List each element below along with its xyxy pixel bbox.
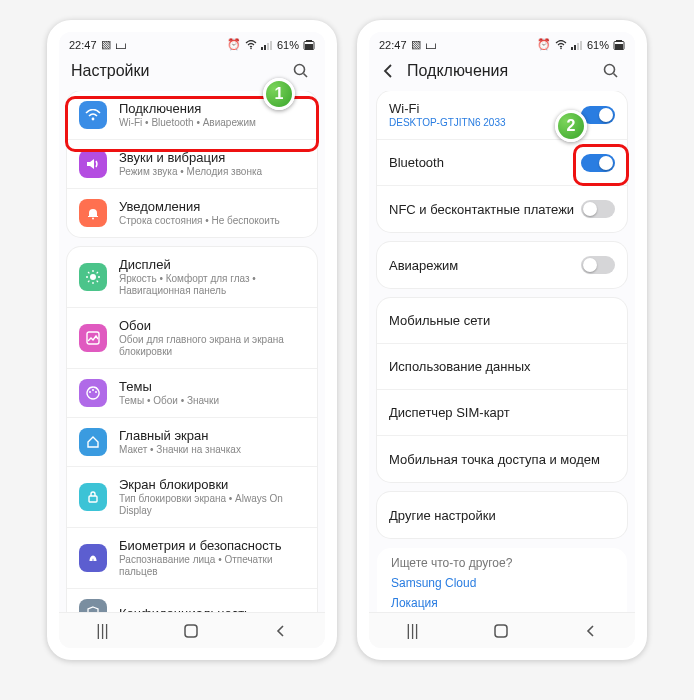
more-link[interactable]: Samsung Cloud <box>391 576 613 590</box>
signal-icon <box>571 40 583 50</box>
sound-icon <box>79 150 107 178</box>
svg-rect-29 <box>574 45 576 50</box>
row-themes[interactable]: Темы Темы • Обои • Значки <box>67 369 317 418</box>
row-label: Экран блокировки <box>119 477 305 492</box>
svg-point-22 <box>89 391 91 393</box>
callout-step1: 1 <box>263 78 295 110</box>
page-title: Подключения <box>407 62 599 80</box>
search-button[interactable] <box>599 59 623 83</box>
row-display[interactable]: Дисплей Яркость • Комфорт для глаз • Нав… <box>67 247 317 308</box>
row-label: Wi-Fi <box>389 101 581 116</box>
search-button[interactable] <box>289 59 313 83</box>
page-title: Настройки <box>71 62 289 80</box>
row-nfc[interactable]: NFC и бесконтактные платежи <box>377 186 627 232</box>
row-home[interactable]: Главный экран Макет • Значки на значках <box>67 418 317 467</box>
row-wifi[interactable]: Wi-Fi DESKTOP-GTJITN6 2033 <box>377 91 627 140</box>
row-wallpaper[interactable]: Обои Обои для главного экрана и экрана б… <box>67 308 317 369</box>
svg-point-27 <box>560 47 562 49</box>
nav-recent[interactable]: ||| <box>96 622 108 640</box>
connections-group: Wi-Fi DESKTOP-GTJITN6 2033 Bluetooth NFC… <box>377 91 627 232</box>
svg-rect-28 <box>571 47 573 50</box>
row-label: Bluetooth <box>389 155 581 170</box>
battery-icon <box>613 40 625 50</box>
svg-line-19 <box>88 281 89 282</box>
callout-step2: 2 <box>555 110 587 142</box>
svg-point-12 <box>90 274 96 280</box>
svg-rect-25 <box>89 496 97 502</box>
toggle-nfc[interactable] <box>581 200 615 218</box>
back-button[interactable] <box>381 63 401 79</box>
row-lockscreen[interactable]: Экран блокировки Тип блокировки экрана •… <box>67 467 317 528</box>
lock-icon <box>79 483 107 511</box>
svg-rect-2 <box>264 45 266 50</box>
settings-list: Подключения Wi-Fi • Bluetooth • Авиарежи… <box>59 91 325 612</box>
toggle-airplane[interactable] <box>581 256 615 274</box>
svg-rect-3 <box>267 43 269 50</box>
wifi-icon <box>245 40 257 50</box>
privacy-icon <box>79 599 107 612</box>
bell-icon <box>79 199 107 227</box>
nav-home[interactable] <box>493 623 509 639</box>
svg-line-36 <box>614 74 618 78</box>
svg-point-24 <box>95 391 97 393</box>
row-mobile-networks[interactable]: Мобильные сети <box>377 298 627 344</box>
toggle-bluetooth[interactable] <box>581 154 615 172</box>
connections-list: Wi-Fi DESKTOP-GTJITN6 2033 Bluetooth NFC… <box>369 91 635 612</box>
nav-bar: ||| <box>369 612 635 648</box>
row-notifications[interactable]: Уведомления Строка состояния • Не беспок… <box>67 189 317 237</box>
row-label: Использование данных <box>389 359 615 374</box>
row-label: Темы <box>119 379 305 394</box>
dock-icon: ⌴ <box>115 39 126 51</box>
svg-point-35 <box>605 65 615 75</box>
settings-group: Дисплей Яркость • Комфорт для глаз • Нав… <box>67 247 317 612</box>
wifi-icon <box>555 40 567 50</box>
themes-icon <box>79 379 107 407</box>
row-label: Обои <box>119 318 305 333</box>
row-hotspot[interactable]: Мобильная точка доступа и модем <box>377 436 627 482</box>
row-label: Авиарежим <box>389 258 581 273</box>
display-icon <box>79 263 107 291</box>
svg-rect-37 <box>495 625 507 637</box>
row-data-usage[interactable]: Использование данных <box>377 344 627 390</box>
row-biometrics[interactable]: Биометрия и безопасность Распознавание л… <box>67 528 317 589</box>
row-privacy[interactable]: Конфиденциальность <box>67 589 317 612</box>
row-label: NFC и бесконтактные платежи <box>389 202 581 217</box>
status-bar: 22:47 ▧ ⌴ ⏰ 61% <box>59 32 325 53</box>
row-label: Мобильная точка доступа и модем <box>389 452 615 467</box>
nav-recent[interactable]: ||| <box>406 622 418 640</box>
settings-group: Подключения Wi-Fi • Bluetooth • Авиарежи… <box>67 91 317 237</box>
dock-icon: ⌴ <box>425 39 436 51</box>
svg-line-20 <box>97 272 98 273</box>
row-sub: Темы • Обои • Значки <box>119 395 305 407</box>
row-sounds[interactable]: Звуки и вибрация Режим звука • Мелодия з… <box>67 140 317 189</box>
row-airplane[interactable]: Авиарежим <box>377 242 627 288</box>
row-other-settings[interactable]: Другие настройки <box>377 492 627 538</box>
row-sub: Яркость • Комфорт для глаз • Навигационн… <box>119 273 305 297</box>
phone-settings: 22:47 ▧ ⌴ ⏰ 61% Настройки <box>47 20 337 660</box>
status-bar: 22:47 ▧ ⌴ ⏰ 61% <box>369 32 635 53</box>
nav-back[interactable] <box>274 624 288 638</box>
row-sub: Строка состояния • Не беспокоить <box>119 215 305 227</box>
svg-rect-31 <box>580 41 582 50</box>
row-sim-manager[interactable]: Диспетчер SIM-карт <box>377 390 627 436</box>
row-label: Диспетчер SIM-карт <box>389 405 615 420</box>
home-icon <box>79 428 107 456</box>
row-label: Звуки и вибрация <box>119 150 305 165</box>
svg-rect-4 <box>270 41 272 50</box>
row-sub: Обои для главного экрана и экрана блокир… <box>119 334 305 358</box>
more-question: Ищете что-то другое? <box>391 556 613 570</box>
row-bluetooth[interactable]: Bluetooth <box>377 140 627 186</box>
more-link[interactable]: Локация <box>391 596 613 610</box>
svg-line-9 <box>304 74 308 78</box>
svg-rect-26 <box>185 625 197 637</box>
connections-group: Мобильные сети Использование данных Дисп… <box>377 298 627 482</box>
row-label: Биометрия и безопасность <box>119 538 305 553</box>
svg-point-0 <box>250 47 252 49</box>
nav-back[interactable] <box>584 624 598 638</box>
nav-bar: ||| <box>59 612 325 648</box>
alarm-icon: ⏰ <box>537 38 551 51</box>
battery-text: 61% <box>277 39 299 51</box>
svg-rect-1 <box>261 47 263 50</box>
fingerprint-icon <box>79 544 107 572</box>
nav-home[interactable] <box>183 623 199 639</box>
